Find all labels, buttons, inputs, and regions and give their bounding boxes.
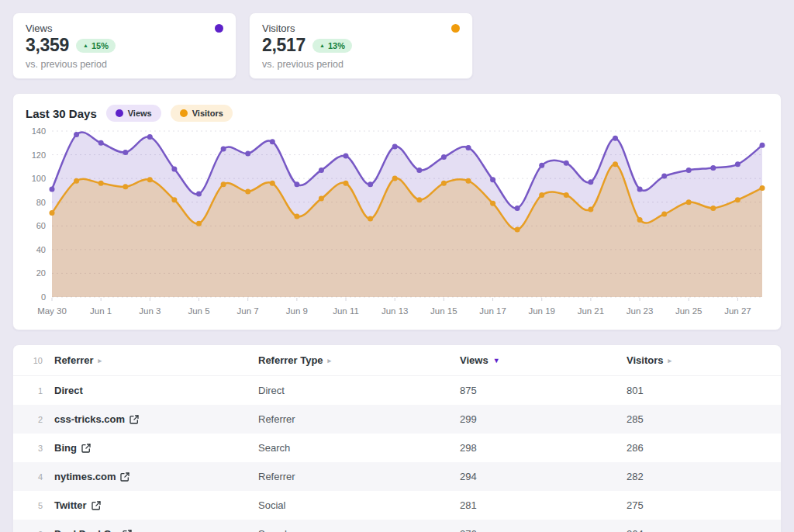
svg-text:Jun 23: Jun 23 <box>627 306 654 316</box>
legend-toggle-visitors[interactable]: Visitors <box>171 105 233 122</box>
column-header-referrer[interactable]: Referrer ▸ <box>43 354 258 366</box>
referrer-type: Referrer <box>258 471 460 482</box>
svg-text:Jun 9: Jun 9 <box>286 306 308 316</box>
svg-text:20: 20 <box>36 268 46 278</box>
svg-text:Jun 17: Jun 17 <box>479 306 506 316</box>
visitors-value: 275 <box>627 499 768 511</box>
visitors-stat-card: Visitors 2,517 ▲ 13% vs. previous period <box>249 12 473 79</box>
svg-text:Jun 21: Jun 21 <box>578 306 605 316</box>
visitors-card-subtext: vs. previous period <box>262 59 460 70</box>
svg-text:60: 60 <box>36 221 46 230</box>
svg-text:Jun 13: Jun 13 <box>381 306 409 316</box>
views-value: 276 <box>460 528 627 532</box>
table-row: 3 Bing Search 298 286 <box>13 434 781 462</box>
referrer-link[interactable]: css-tricks.com <box>54 413 139 425</box>
visitors-value: 801 <box>627 385 768 396</box>
svg-text:Jun 7: Jun 7 <box>237 306 259 316</box>
row-rank: 5 <box>22 501 43 510</box>
table-page-size: 10 <box>22 356 43 365</box>
visitors-value: 286 <box>627 442 768 454</box>
svg-text:Jun 15: Jun 15 <box>430 306 457 316</box>
svg-text:Jun 5: Jun 5 <box>188 306 209 316</box>
sort-desc-icon: ▼ <box>493 357 500 364</box>
column-header-referrer-type[interactable]: Referrer Type ▸ <box>258 354 460 366</box>
referrers-table-card: 10 Referrer ▸ Referrer Type ▸ Views ▼ Vi… <box>12 344 782 532</box>
last-30-days-chart: 020406080100120140May 30Jun 1Jun 3Jun 5J… <box>26 125 770 319</box>
visitors-value: 285 <box>627 413 768 425</box>
referrer-link[interactable]: nytimes.com <box>54 471 129 482</box>
row-rank: 3 <box>22 444 43 453</box>
table-header-row: 10 Referrer ▸ Referrer Type ▸ Views ▼ Vi… <box>13 345 781 376</box>
referrer-type: Search <box>258 528 460 532</box>
row-rank: 1 <box>22 386 43 396</box>
referrer-link[interactable]: Bing <box>54 442 91 454</box>
row-rank: 6 <box>22 530 43 532</box>
visitors-value: 282 <box>627 471 768 482</box>
column-header-visitors[interactable]: Visitors ▸ <box>627 354 768 366</box>
sort-arrow-icon: ▸ <box>98 357 102 364</box>
chart-card: Last 30 Days Views Visitors 020406080100… <box>12 93 782 330</box>
table-row: 5 Twitter Social 281 275 <box>13 491 781 520</box>
svg-text:Jun 19: Jun 19 <box>528 306 555 316</box>
svg-text:Jun 1: Jun 1 <box>90 306 112 316</box>
referrer-type: Direct <box>258 385 460 396</box>
external-link-icon <box>120 472 129 482</box>
column-header-views[interactable]: Views ▼ <box>460 354 627 366</box>
visitors-change-badge: ▲ 13% <box>312 39 352 53</box>
views-stat-card: Views 3,359 ▲ 15% vs. previous period <box>12 12 236 79</box>
svg-text:Jun 25: Jun 25 <box>675 306 703 316</box>
up-arrow-icon: ▲ <box>83 43 88 48</box>
visitors-series-dot-icon <box>451 24 460 33</box>
external-link-icon <box>81 444 91 453</box>
svg-text:80: 80 <box>36 198 46 207</box>
referrer-type: Referrer <box>258 413 460 425</box>
table-row: 6 DuckDuckGo Search 276 264 <box>13 520 781 532</box>
table-row: 4 nytimes.com Referrer 294 282 <box>13 462 781 491</box>
table-row: 2 css-tricks.com Referrer 299 285 <box>13 405 781 434</box>
sort-arrow-icon: ▸ <box>668 357 671 364</box>
referrer-link[interactable]: Twitter <box>54 499 101 511</box>
row-rank: 2 <box>22 415 43 424</box>
svg-text:140: 140 <box>32 126 46 136</box>
views-value: 294 <box>460 471 627 482</box>
referrer-link[interactable]: Direct <box>54 385 83 396</box>
referrer-type: Search <box>258 442 460 454</box>
visitors-legend-dot-icon <box>180 109 188 117</box>
visitors-total-value: 2,517 <box>262 35 306 56</box>
referrer-type: Social <box>258 499 460 511</box>
views-value: 281 <box>460 499 627 511</box>
svg-text:Jun 27: Jun 27 <box>724 306 751 316</box>
views-change-badge: ▲ 15% <box>76 39 116 53</box>
views-total-value: 3,359 <box>26 35 69 56</box>
legend-toggle-views[interactable]: Views <box>106 105 161 122</box>
views-value: 875 <box>460 385 627 396</box>
chart-title: Last 30 Days <box>26 107 97 120</box>
referrer-link[interactable]: DuckDuckGo <box>54 528 132 532</box>
svg-text:Jun 3: Jun 3 <box>139 306 161 316</box>
views-value: 298 <box>460 442 627 454</box>
svg-text:May 30: May 30 <box>37 306 67 316</box>
table-row: 1 Direct Direct 875 801 <box>13 376 781 405</box>
views-card-label: Views <box>26 22 52 34</box>
row-rank: 4 <box>22 472 43 482</box>
external-link-icon <box>123 530 132 532</box>
svg-text:40: 40 <box>36 245 46 254</box>
svg-text:0: 0 <box>41 292 46 302</box>
visitors-legend-label: Visitors <box>192 109 223 118</box>
views-legend-label: Views <box>128 109 152 118</box>
visitors-change-percent: 13% <box>328 41 345 50</box>
svg-text:120: 120 <box>32 150 46 160</box>
visitors-card-label: Visitors <box>262 22 295 34</box>
external-link-icon <box>91 501 101 510</box>
sort-arrow-icon: ▸ <box>328 357 332 364</box>
views-series-dot-icon <box>215 24 223 33</box>
summary-cards-row: Views 3,359 ▲ 15% vs. previous period Vi… <box>12 12 782 79</box>
svg-text:100: 100 <box>32 174 46 183</box>
views-legend-dot-icon <box>116 109 123 117</box>
views-change-percent: 15% <box>91 41 109 50</box>
visitors-value: 264 <box>627 528 768 532</box>
external-link-icon <box>129 415 139 424</box>
svg-text:Jun 11: Jun 11 <box>333 306 359 316</box>
up-arrow-icon: ▲ <box>319 43 325 48</box>
table-body: 1 Direct Direct 875 801 2 css-tricks.com <box>13 376 781 532</box>
